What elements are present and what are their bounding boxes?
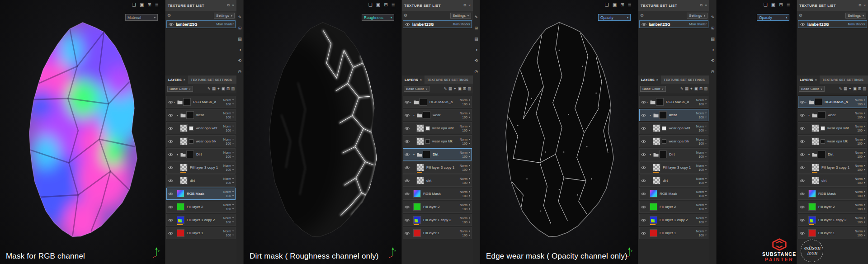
smudge-tool-icon[interactable]: ⟲ (238, 59, 242, 63)
projection-tool-icon[interactable]: ▤ (474, 37, 478, 41)
settings-dropdown[interactable]: Settings ▾ (845, 13, 866, 19)
visibility-eye-icon[interactable] (641, 205, 646, 209)
gear-icon[interactable]: ⚙ (640, 13, 644, 18)
layer-row[interactable]: wear opa blk Norm ▾ 100 ▾ (798, 135, 867, 147)
pencil-icon[interactable]: ✎ (208, 87, 211, 91)
blend-mode-dropdown[interactable]: Norm ▾ (696, 230, 707, 233)
blend-mode-dropdown[interactable]: Norm ▾ (855, 177, 865, 180)
add-mask-icon[interactable]: ▣ (458, 87, 462, 91)
close-icon[interactable]: × (705, 4, 707, 7)
close-icon[interactable]: × (656, 78, 658, 81)
layer-row[interactable]: Fill layer 2 Norm ▾ 100 ▾ (166, 201, 236, 213)
visibility-eye-icon[interactable] (404, 179, 410, 183)
camera-icon[interactable]: ▣ (376, 3, 380, 7)
layer-row[interactable]: RGB Mask Norm ▾ 100 ▾ (403, 188, 472, 200)
trash-icon[interactable]: ▥ (704, 87, 708, 91)
texture-set-item[interactable]: lambert2SG Main shader (166, 20, 236, 28)
opacity-dropdown[interactable]: 100 ▾ (857, 234, 865, 237)
blend-mode-dropdown[interactable]: Norm ▾ (855, 112, 865, 115)
paint-tool-icon[interactable]: ✎ (475, 15, 478, 19)
blend-mode-dropdown[interactable]: Norm ▾ (855, 151, 865, 154)
visibility-eye-icon[interactable] (404, 113, 410, 117)
layer-row[interactable]: wear opa wht Norm ▾ 100 ▾ (166, 122, 236, 134)
opacity-dropdown[interactable]: 100 ▾ (698, 168, 707, 171)
visibility-eye-icon[interactable] (168, 205, 174, 209)
eraser-tool-icon[interactable]: ⊞ (711, 26, 715, 30)
pencil-icon[interactable]: ✎ (839, 87, 842, 91)
texture-set-list-header[interactable]: TEXTURE SET LIST ⧉× (402, 0, 473, 11)
layer-row[interactable]: ▾ Dirt Norm ▾ 100 ▾ (798, 148, 867, 160)
blend-mode-dropdown[interactable]: Norm ▾ (696, 217, 707, 220)
pop-out-icon[interactable]: ⧉ (464, 4, 467, 7)
visibility-eye-icon[interactable] (799, 231, 805, 235)
opacity-dropdown[interactable]: 100 ▾ (226, 103, 234, 106)
layer-row[interactable]: wear opa wht Norm ▾ 100 ▾ (798, 122, 867, 134)
visibility-eye-icon[interactable] (641, 140, 646, 143)
settings-dropdown[interactable]: Settings ▾ (214, 13, 235, 19)
layer-row[interactable]: Fill layer 2 Norm ▾ 100 ▾ (403, 201, 472, 213)
layer-row[interactable]: Fill layer 1 Norm ▾ 100 ▾ (403, 227, 472, 239)
blend-mode-dropdown[interactable]: Norm ▾ (460, 99, 470, 102)
texture-set-list-header[interactable]: TEXTURE SET LIST ⧉× (165, 0, 236, 11)
layer-row[interactable]: ▾ Dirt Norm ▾ 100 ▾ (403, 148, 472, 160)
tab-layers[interactable]: LAYERS × (165, 75, 188, 84)
folder-caret-icon[interactable]: ▾ (177, 113, 180, 117)
visibility-eye-icon[interactable] (799, 127, 805, 130)
texture-set-item[interactable]: lambert2SG Main shader (639, 20, 708, 28)
tab-layers[interactable]: LAYERS × (402, 75, 425, 84)
layer-row[interactable]: Fill layer 3 copy 1 Norm ▾ 100 ▾ (639, 161, 708, 174)
visibility-eye-icon[interactable] (799, 153, 805, 156)
visibility-eye-icon[interactable] (168, 140, 174, 143)
opacity-dropdown[interactable]: 100 ▾ (226, 129, 234, 132)
visibility-eye-icon[interactable] (404, 192, 410, 196)
layer-row[interactable]: dirt Norm ▾ 100 ▾ (798, 174, 867, 187)
layer-row[interactable]: Fill layer 3 copy 1 Norm ▾ 100 ▾ (798, 161, 867, 174)
opacity-dropdown[interactable]: 100 ▾ (226, 234, 234, 237)
history-icon[interactable]: ◷ (711, 70, 715, 74)
blend-mode-dropdown[interactable]: Norm ▾ (696, 164, 707, 167)
visibility-eye-icon[interactable] (641, 179, 646, 183)
polygon-fill-tool-icon[interactable]: ◑ (475, 48, 477, 52)
visibility-eye-icon[interactable] (168, 179, 174, 183)
visibility-eye-icon[interactable] (168, 127, 174, 130)
channel-selector-dropdown[interactable]: Base Color ▾ (404, 86, 429, 92)
viewport-3d[interactable]: ❏▣⊞≣ Material ▾ Mask for RGB channel z (0, 0, 165, 264)
add-folder-icon[interactable]: ⊞ (858, 87, 861, 91)
viewport-3d[interactable]: ❏▣⊞≣ Roughness ▾ Dirt mask ( Roughness c… (244, 0, 401, 264)
opacity-dropdown[interactable]: 100 ▾ (698, 194, 707, 198)
close-icon[interactable]: × (815, 78, 817, 81)
layer-stack[interactable]: ▾ RGB MASK_a Norm ▾ 100 ▾ ▾ (402, 94, 473, 264)
visibility-eye-icon[interactable] (799, 140, 805, 143)
stamp-icon[interactable]: ▦ (212, 87, 216, 91)
add-mask-icon[interactable]: ▣ (853, 87, 857, 91)
add-mask-icon[interactable]: ▣ (694, 87, 698, 91)
texture-set-item[interactable]: lambert2SG Main shader (798, 20, 867, 28)
menu-icon[interactable]: ≣ (628, 3, 632, 7)
stamp-icon[interactable]: ▦ (448, 87, 452, 91)
menu-icon[interactable]: ≣ (392, 3, 395, 7)
layer-row[interactable]: wear opa blk Norm ▾ 100 ▾ (403, 135, 472, 147)
blend-mode-dropdown[interactable]: Norm ▾ (460, 230, 470, 233)
texture-set-item[interactable]: lambert2SG Main shader (403, 20, 472, 28)
rock-model[interactable] (490, 18, 628, 243)
smudge-tool-icon[interactable]: ⟲ (475, 59, 478, 63)
panels-icon[interactable]: ❏ (368, 3, 373, 7)
projection-tool-icon[interactable]: ▤ (238, 37, 242, 41)
blend-mode-dropdown[interactable]: Norm ▾ (460, 203, 470, 207)
menu-icon[interactable]: ≣ (787, 3, 790, 7)
visibility-eye-icon[interactable] (404, 218, 410, 222)
layer-row[interactable]: Fill layer 3 copy 1 Norm ▾ 100 ▾ (166, 161, 236, 174)
blend-mode-dropdown[interactable]: Norm ▾ (460, 151, 470, 154)
opacity-dropdown[interactable]: 100 ▾ (462, 194, 470, 198)
shader-type-label[interactable]: Main shader (848, 23, 865, 26)
opacity-dropdown[interactable]: 100 ▾ (698, 116, 707, 119)
effects-icon[interactable]: ✦ (849, 87, 852, 91)
opacity-dropdown[interactable]: 100 ▾ (857, 142, 865, 145)
blend-mode-dropdown[interactable]: Norm ▾ (855, 203, 865, 207)
stamp-icon[interactable]: ▦ (844, 87, 847, 91)
opacity-dropdown[interactable]: 100 ▾ (857, 129, 865, 132)
visibility-eye-icon[interactable] (799, 205, 805, 209)
rock-model[interactable] (254, 18, 392, 243)
paint-tool-icon[interactable]: ✎ (238, 15, 242, 19)
blend-mode-dropdown[interactable]: Norm ▾ (855, 99, 865, 102)
